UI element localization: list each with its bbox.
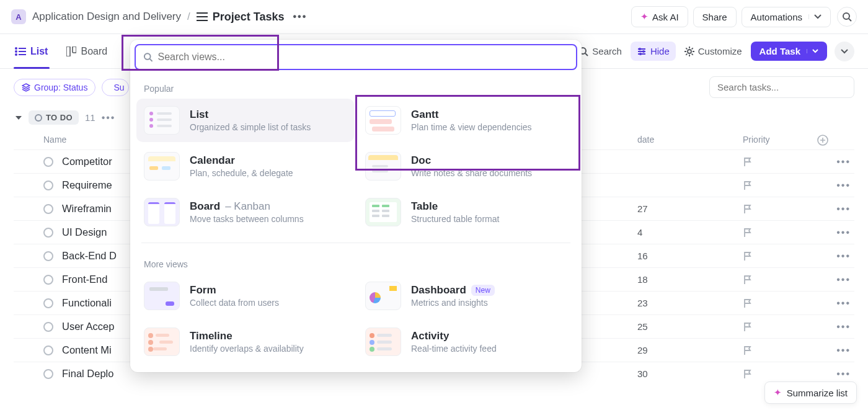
- task-date[interactable]: 16: [637, 251, 743, 261]
- task-name: Front-End: [62, 274, 107, 285]
- view-subtitle: Write notes & share documents: [411, 168, 532, 178]
- search-views-input[interactable]: [157, 51, 569, 63]
- priority-flag-icon[interactable]: [743, 228, 817, 238]
- view-option-list[interactable]: List Organized & simple list of tasks: [136, 99, 354, 142]
- add-task-button[interactable]: Add Task: [751, 42, 827, 61]
- row-more-icon[interactable]: •••: [817, 274, 854, 285]
- search-views-input-wrap[interactable]: [135, 44, 577, 70]
- tab-board[interactable]: Board: [65, 37, 108, 66]
- task-status-circle[interactable]: [43, 180, 53, 190]
- row-more-icon[interactable]: •••: [817, 203, 854, 215]
- task-date[interactable]: 18: [637, 274, 743, 285]
- priority-flag-icon[interactable]: [743, 204, 817, 214]
- status-count: 11: [85, 112, 95, 123]
- task-date[interactable]: 25: [637, 321, 743, 332]
- breadcrumb-more-icon[interactable]: •••: [293, 11, 308, 22]
- row-more-icon[interactable]: •••: [817, 298, 854, 309]
- view-subtitle: Structured table format: [411, 214, 499, 224]
- status-pill[interactable]: TO DO: [29, 110, 79, 125]
- share-label: Share: [702, 12, 727, 22]
- view-thumb-icon: [144, 198, 180, 226]
- customize-button[interactable]: Customize: [678, 42, 748, 61]
- priority-flag-icon[interactable]: [743, 369, 817, 379]
- view-option-timeline[interactable]: Timeline Identify overlaps & availabilit…: [136, 320, 354, 363]
- workspace-badge[interactable]: A: [11, 9, 26, 24]
- hide-label: Hide: [650, 46, 670, 56]
- row-more-icon[interactable]: •••: [817, 251, 854, 262]
- task-status-circle[interactable]: [43, 251, 53, 261]
- task-status-circle[interactable]: [43, 228, 53, 238]
- status-more-icon[interactable]: •••: [102, 112, 116, 123]
- breadcrumb-folder[interactable]: Application Design and Delivery: [32, 11, 181, 23]
- view-thumb-icon: [144, 106, 180, 135]
- sparkle-icon: ✦: [774, 387, 782, 398]
- view-option-form[interactable]: Form Collect data from users: [136, 274, 354, 318]
- svg-point-5: [15, 53, 17, 56]
- view-title: Activity: [411, 330, 449, 342]
- subtasks-chip[interactable]: Su: [102, 79, 129, 96]
- add-column-button[interactable]: [817, 135, 854, 146]
- view-option-gantt[interactable]: Gantt Plan time & view dependencies: [358, 99, 575, 142]
- chevron-down-icon[interactable]: [808, 14, 822, 19]
- tab-list[interactable]: List: [14, 37, 49, 66]
- priority-flag-icon[interactable]: [743, 345, 817, 355]
- priority-flag-icon[interactable]: [743, 251, 817, 261]
- ask-ai-button[interactable]: ✦ Ask AI: [631, 6, 688, 27]
- section-more-label: More views: [130, 252, 582, 274]
- col-priority[interactable]: Priority: [743, 135, 817, 146]
- task-status-circle[interactable]: [43, 345, 53, 355]
- global-search-button[interactable]: [837, 7, 857, 27]
- task-status-circle[interactable]: [43, 275, 53, 285]
- task-date[interactable]: 29: [637, 345, 743, 355]
- task-date[interactable]: 4: [637, 227, 743, 238]
- caret-down-icon[interactable]: [15, 115, 22, 121]
- chevron-down-icon[interactable]: [807, 49, 818, 53]
- hide-button[interactable]: Hide: [631, 42, 676, 61]
- view-option-table[interactable]: Table Structured table format: [358, 190, 575, 234]
- priority-flag-icon[interactable]: [743, 298, 817, 308]
- task-name: Final Deplo: [62, 368, 113, 380]
- row-more-icon[interactable]: •••: [817, 345, 854, 356]
- search-views-label: Search: [592, 46, 622, 56]
- task-status-circle[interactable]: [43, 322, 53, 332]
- tab-list-label: List: [30, 46, 48, 57]
- priority-flag-icon[interactable]: [743, 275, 817, 285]
- view-subtitle: Identify overlaps & availability: [190, 344, 304, 354]
- group-status-chip[interactable]: Group: Status: [14, 79, 95, 96]
- task-name: Requireme: [62, 179, 112, 191]
- row-more-icon[interactable]: •••: [817, 227, 854, 238]
- row-more-icon[interactable]: •••: [817, 321, 854, 332]
- priority-flag-icon[interactable]: [743, 157, 817, 167]
- row-more-icon[interactable]: •••: [817, 180, 854, 191]
- automations-button[interactable]: Automations: [742, 7, 831, 27]
- task-status-circle[interactable]: [43, 298, 53, 308]
- view-thumb-icon: [144, 152, 180, 180]
- view-option-calendar[interactable]: Calendar Plan, schedule, & delegate: [136, 145, 354, 188]
- view-thumb-icon: [365, 198, 401, 226]
- view-option-activity[interactable]: Activity Real-time activity feed: [358, 320, 575, 363]
- task-date[interactable]: 23: [637, 298, 743, 308]
- task-date[interactable]: 27: [637, 203, 743, 214]
- task-date[interactable]: 30: [637, 368, 743, 379]
- priority-flag-icon[interactable]: [743, 180, 817, 190]
- priority-flag-icon[interactable]: [743, 322, 817, 332]
- summarize-list-button[interactable]: ✦ Summarize list: [764, 381, 857, 404]
- task-status-circle[interactable]: [43, 157, 53, 167]
- row-more-icon[interactable]: •••: [817, 368, 854, 380]
- task-name: Back-End D: [62, 250, 117, 262]
- search-icon: [842, 12, 852, 22]
- svg-rect-6: [19, 54, 26, 55]
- svg-rect-8: [73, 47, 76, 53]
- search-tasks-input[interactable]: [709, 76, 854, 98]
- customize-label: Customize: [698, 46, 742, 56]
- col-date[interactable]: date: [637, 135, 743, 146]
- share-button[interactable]: Share: [693, 7, 737, 27]
- task-status-circle[interactable]: [43, 204, 53, 214]
- more-chevron-button[interactable]: [835, 42, 854, 61]
- view-option-doc[interactable]: Doc Write notes & share documents: [358, 145, 575, 188]
- task-status-circle[interactable]: [43, 369, 53, 379]
- view-option-dashboard[interactable]: Dashboard New Metrics and insights: [358, 274, 575, 318]
- row-more-icon[interactable]: •••: [817, 156, 854, 167]
- view-option-board[interactable]: Board – Kanban Move tasks between column…: [136, 190, 354, 234]
- breadcrumb-title[interactable]: Project Tasks: [213, 11, 285, 24]
